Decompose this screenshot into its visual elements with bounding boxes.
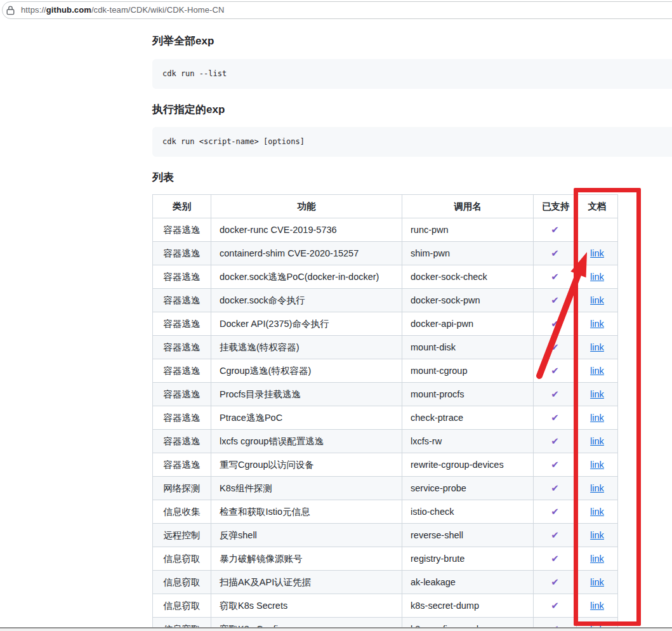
category-cell: 信息窃取 <box>153 547 211 571</box>
command-cell: mount-disk <box>402 336 534 359</box>
table-row: 信息窃取 暴力破解镜像源账号 registry-brute ✔ link <box>153 547 618 571</box>
doc-cell: link <box>577 594 618 618</box>
feature-cell: docker-runc CVE-2019-5736 <box>211 218 402 242</box>
col-header-feature: 功能 <box>211 195 402 218</box>
doc-link[interactable]: link <box>590 554 604 564</box>
doc-link[interactable]: link <box>590 272 604 282</box>
doc-link[interactable]: link <box>590 366 604 376</box>
supported-check-icon: ✔ <box>534 289 577 312</box>
doc-cell: link <box>577 571 618 594</box>
doc-link[interactable]: link <box>590 436 604 446</box>
doc-link[interactable]: link <box>590 483 604 493</box>
doc-link[interactable]: link <box>590 460 604 470</box>
feature-cell: docker.sock命令执行 <box>211 289 402 312</box>
category-cell: 容器逃逸 <box>153 312 211 336</box>
doc-cell: link <box>577 312 618 336</box>
doc-link[interactable]: link <box>590 295 604 305</box>
feature-cell: K8s组件探测 <box>211 477 402 500</box>
supported-check-icon: ✔ <box>534 430 577 453</box>
feature-cell: lxcfs cgroup错误配置逃逸 <box>211 430 402 453</box>
category-cell: 容器逃逸 <box>153 265 211 289</box>
command-cell: istio-check <box>402 500 534 524</box>
table-row: 信息窃取 窃取K8s Secrets k8s-secret-dump ✔ lin… <box>153 594 618 618</box>
doc-link[interactable]: link <box>590 530 604 540</box>
table-header-row: 类别 功能 调用名 已支持 文档 <box>153 195 618 218</box>
doc-cell: link <box>577 453 618 477</box>
category-cell: 容器逃逸 <box>153 336 211 359</box>
command-cell: lxcfs-rw <box>402 430 534 453</box>
feature-cell: Procfs目录挂载逃逸 <box>211 383 402 406</box>
doc-cell: link <box>577 547 618 571</box>
category-cell: 容器逃逸 <box>153 289 211 312</box>
doc-link[interactable]: link <box>590 389 604 399</box>
supported-check-icon: ✔ <box>534 218 577 242</box>
url-domain: github.com <box>46 5 91 15</box>
doc-link[interactable]: link <box>590 248 604 258</box>
category-cell: 容器逃逸 <box>153 218 211 242</box>
feature-cell: Ptrace逃逸PoC <box>211 406 402 430</box>
table-row: 容器逃逸 lxcfs cgroup错误配置逃逸 lxcfs-rw ✔ link <box>153 430 618 453</box>
feature-cell: containerd-shim CVE-2020-15257 <box>211 242 402 265</box>
supported-check-icon: ✔ <box>534 571 577 594</box>
exp-table-body: 容器逃逸 docker-runc CVE-2019-5736 runc-pwn … <box>153 218 618 631</box>
feature-cell: docker.sock逃逸PoC(docker-in-docker) <box>211 265 402 289</box>
command-cell: runc-pwn <box>402 218 534 242</box>
code-text-run: cdk run <script-name> [options] <box>162 137 305 146</box>
command-cell: rewrite-cgroup-devices <box>402 453 534 477</box>
supported-check-icon: ✔ <box>534 477 577 500</box>
code-block-run: cdk run <script-name> [options] <box>152 127 672 157</box>
col-header-category: 类别 <box>153 195 211 218</box>
supported-check-icon: ✔ <box>534 524 577 547</box>
table-row: 容器逃逸 重写Cgroup以访问设备 rewrite-cgroup-device… <box>153 453 618 477</box>
table-row: 远程控制 反弹shell reverse-shell ✔ link <box>153 524 618 547</box>
doc-link[interactable]: link <box>590 319 604 329</box>
supported-check-icon: ✔ <box>534 594 577 618</box>
command-cell: k8s-secret-dump <box>402 594 534 618</box>
supported-check-icon: ✔ <box>534 547 577 571</box>
doc-cell: link <box>577 477 618 500</box>
category-cell: 信息窃取 <box>153 571 211 594</box>
command-cell: docker-sock-pwn <box>402 289 534 312</box>
command-cell: registry-brute <box>402 547 534 571</box>
heading-list-all-exp: 列举全部exp <box>152 34 214 48</box>
supported-check-icon: ✔ <box>534 406 577 430</box>
feature-cell: 挂载逃逸(特权容器) <box>211 336 402 359</box>
doc-link[interactable]: link <box>590 342 604 352</box>
doc-cell: link <box>577 524 618 547</box>
table-row: 容器逃逸 挂载逃逸(特权容器) mount-disk ✔ link <box>153 336 618 359</box>
address-bar[interactable]: https://github.com/cdk-team/CDK/wiki/CDK… <box>0 0 672 21</box>
table-row: 容器逃逸 Cgroup逃逸(特权容器) mount-cgroup ✔ link <box>153 359 618 383</box>
doc-cell: link <box>577 359 618 383</box>
supported-check-icon: ✔ <box>534 383 577 406</box>
doc-cell: link <box>577 242 618 265</box>
heading-run-exp: 执行指定的exp <box>152 102 225 117</box>
doc-cell: link <box>577 500 618 524</box>
command-cell: shim-pwn <box>402 242 534 265</box>
code-block-list: cdk run --list <box>152 59 672 89</box>
url-text[interactable]: https://github.com/cdk-team/CDK/wiki/CDK… <box>21 5 224 15</box>
doc-link[interactable]: link <box>590 413 604 423</box>
doc-link[interactable]: link <box>590 601 604 611</box>
feature-cell: 检查和获取Istio元信息 <box>211 500 402 524</box>
doc-cell: link <box>577 289 618 312</box>
lock-icon[interactable] <box>6 5 15 16</box>
supported-check-icon: ✔ <box>534 453 577 477</box>
supported-check-icon: ✔ <box>534 500 577 524</box>
browser-page: https://github.com/cdk-team/CDK/wiki/CDK… <box>0 0 672 631</box>
category-cell: 远程控制 <box>153 524 211 547</box>
doc-cell: link <box>577 406 618 430</box>
url-path: /cdk-team/CDK/wiki/CDK-Home-CN <box>91 5 225 15</box>
doc-cell: link <box>577 265 618 289</box>
category-cell: 容器逃逸 <box>153 383 211 406</box>
feature-cell: Docker API(2375)命令执行 <box>211 312 402 336</box>
window-bottom-strip <box>0 628 672 631</box>
table-row: 信息窃取 扫描AK及API认证凭据 ak-leakage ✔ link <box>153 571 618 594</box>
category-cell: 容器逃逸 <box>153 359 211 383</box>
command-cell: mount-cgroup <box>402 359 534 383</box>
table-row: 容器逃逸 docker-runc CVE-2019-5736 runc-pwn … <box>153 218 618 242</box>
table-row: 容器逃逸 Ptrace逃逸PoC check-ptrace ✔ link <box>153 406 618 430</box>
doc-link[interactable]: link <box>590 507 604 517</box>
table-row: 网络探测 K8s组件探测 service-probe ✔ link <box>153 477 618 500</box>
doc-link[interactable]: link <box>590 577 604 587</box>
feature-cell: 扫描AK及API认证凭据 <box>211 571 402 594</box>
